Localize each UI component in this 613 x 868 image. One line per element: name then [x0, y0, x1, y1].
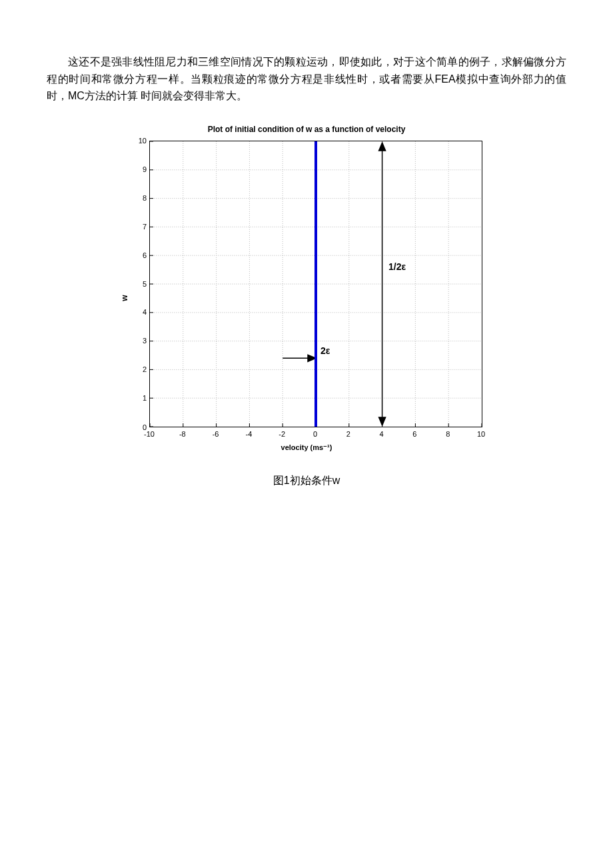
x-axis-label: velocity (ms⁻¹) — [120, 443, 493, 452]
ytick-2: 2 — [127, 365, 147, 373]
chart: Plot of initial condition of w as a func… — [120, 125, 493, 471]
y-axis-label: w — [120, 295, 129, 301]
xtick-5: 0 — [305, 430, 325, 438]
xtick-7: 4 — [372, 430, 392, 438]
ytick-4: 4 — [127, 308, 147, 316]
page: 这还不是强非线性阻尼力和三维空间情况下的颗粒运动，即使如此，对于这个简单的例子，… — [0, 0, 613, 868]
ytick-3: 3 — [127, 337, 147, 345]
ytick-8: 8 — [127, 194, 147, 202]
xtick-8: 6 — [404, 430, 424, 438]
xtick-6: 2 — [338, 430, 358, 438]
figure: Plot of initial condition of w as a func… — [47, 125, 566, 488]
svg-marker-42 — [379, 417, 386, 425]
xtick-3: -4 — [239, 430, 259, 438]
ytick-9: 9 — [127, 165, 147, 173]
ytick-1: 1 — [127, 394, 147, 402]
chart-title: Plot of initial condition of w as a func… — [120, 125, 493, 134]
ytick-7: 7 — [127, 223, 147, 231]
ytick-5: 5 — [127, 280, 147, 288]
svg-marker-41 — [379, 143, 386, 151]
xtick-1: -8 — [173, 430, 193, 438]
xtick-9: 8 — [438, 430, 458, 438]
annotation-height: 1/2ε — [388, 261, 406, 272]
ytick-10: 10 — [127, 137, 147, 145]
figure-caption: 图1初始条件w — [273, 474, 340, 488]
xtick-0: -10 — [139, 430, 159, 438]
xtick-2: -6 — [206, 430, 226, 438]
xtick-4: -2 — [272, 430, 292, 438]
body-paragraph: 这还不是强非线性阻尼力和三维空间情况下的颗粒运动，即使如此，对于这个简单的例子，… — [47, 53, 566, 105]
xtick-10: 10 — [471, 430, 491, 438]
annotation-width: 2ε — [320, 345, 330, 356]
plot-area: 1/2ε 2ε — [149, 141, 482, 427]
ytick-6: 6 — [127, 251, 147, 259]
pulse-curve — [314, 141, 317, 427]
